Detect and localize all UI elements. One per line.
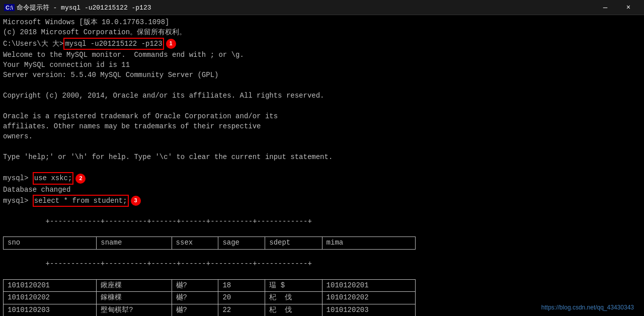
terminal-mysql2-prompt: mysql> (3, 196, 33, 206)
cell-mima-1: 1010120201 (322, 279, 415, 292)
cell-sname-3: 壂甸棋犎? (97, 304, 172, 316)
col-sdept: sdept (265, 237, 322, 250)
terminal-line-11: affiliates. Other names may be trademark… (3, 121, 635, 131)
titlebar: C:\ 命令提示符 - mysql -u201215122 -p123 — × (0, 0, 644, 15)
terminal-line-14: Type 'help;' or '\h' for help. Type '\c'… (3, 152, 635, 162)
cell-sage-2: 20 (218, 292, 265, 304)
terminal-line-3-prefix: C:\Users\大 大> (3, 39, 63, 49)
cell-sno-2: 1010120202 (4, 292, 97, 304)
table-header-row: sno sname ssex sage sdept mima (4, 237, 416, 250)
col-sname: sname (97, 237, 172, 250)
terminal-line-1: Microsoft Windows [版本 10.0.17763.1098] (3, 17, 635, 27)
badge-1: 1 (166, 39, 176, 49)
badge-3: 3 (131, 196, 141, 206)
cell-mima-3: 1010120203 (322, 304, 415, 316)
table-row: 1010120201 鍬座棵 樾? 18 瑥 $ 1010120201 (4, 279, 416, 292)
terminal-line-13 (3, 142, 635, 152)
titlebar-title: 命令提示符 - mysql -u201215122 -p123 (17, 3, 594, 12)
cell-sno-1: 1010120201 (4, 279, 97, 292)
col-sno: sno (4, 237, 97, 250)
cell-mima-2: 1010120202 (322, 292, 415, 304)
terminal-line-10: Oracle is a registered trademark of Orac… (3, 111, 635, 121)
minimize-button[interactable]: — (594, 0, 617, 15)
terminal-mysql2-prompt-line: mysql> select * from student;3 (3, 195, 635, 207)
db-table: +------------+----------+------+------+-… (3, 207, 416, 316)
cell-sdept-3: 杞 伐 (265, 304, 322, 316)
cell-ssex-3: 樾? (172, 304, 218, 316)
badge-2: 2 (75, 174, 86, 184)
terminal-line-6: Server version: 5.5.40 MySQL Community S… (3, 70, 635, 80)
terminal-line-5: Your MySQL connection id is 11 (3, 60, 635, 70)
table-divider-mid: +------------+----------+------+------+-… (46, 260, 312, 268)
table-divider-top: +------------+----------+------+------+-… (46, 217, 312, 225)
terminal-mysql1-cmd: use xskc; (33, 172, 74, 184)
terminal-line-8: Copyright (c) 2000, 2014, Oracle and/or … (3, 91, 635, 101)
close-button[interactable]: × (617, 0, 640, 15)
cell-sdept-1: 瑥 $ (265, 279, 322, 292)
col-ssex: ssex (172, 237, 218, 250)
table-separator-mid: +------------+----------+------+------+-… (4, 249, 416, 279)
watermark: https://blog.csdn.net/qq_43430343 (541, 303, 634, 312)
terminal-mysql1-result: Database changed (3, 185, 635, 195)
cell-ssex-2: 樾? (172, 292, 218, 304)
cell-sname-2: 鎵槺棵 (97, 292, 172, 304)
cell-ssex-1: 樾? (172, 279, 218, 292)
terminal-mysql1-prompt-line: mysql> use xskc;2 (3, 172, 635, 184)
terminal-line-2: (c) 2018 Microsoft Corporation。保留所有权利。 (3, 27, 635, 37)
terminal-line-3-cmd: mysql -u201215122 -p123 (63, 38, 164, 50)
terminal-line-3: C:\Users\大 大>mysql -u201215122 -p1231 (3, 38, 635, 50)
cell-sage-1: 18 (218, 279, 265, 292)
cell-sdept-2: 杞 伐 (265, 292, 322, 304)
titlebar-controls: — × (594, 0, 640, 15)
table-separator-top: +------------+----------+------+------+-… (4, 207, 416, 236)
terminal-line-9 (3, 101, 635, 111)
terminal-mysql2-cmd: select * from student; (33, 195, 129, 207)
table-row: 1010120202 鎵槺棵 樾? 20 杞 伐 1010120202 (4, 292, 416, 304)
titlebar-icon: C:\ (4, 4, 15, 11)
cell-sno-3: 1010120203 (4, 304, 97, 316)
terminal: Microsoft Windows [版本 10.0.17763.1098] (… (0, 15, 644, 316)
col-sage: sage (218, 237, 265, 250)
terminal-line-12: owners. (3, 131, 635, 141)
col-mima: mima (322, 237, 415, 250)
terminal-line-15 (3, 162, 635, 172)
table-row: 1010120203 壂甸棋犎? 樾? 22 杞 伐 1010120203 (4, 304, 416, 316)
terminal-line-7 (3, 81, 635, 91)
terminal-mysql1-prompt: mysql> (3, 173, 33, 183)
terminal-line-4: Welcome to the MySQL monitor. Commands e… (3, 50, 635, 60)
cell-sname-1: 鍬座棵 (97, 279, 172, 292)
cell-sage-3: 22 (218, 304, 265, 316)
